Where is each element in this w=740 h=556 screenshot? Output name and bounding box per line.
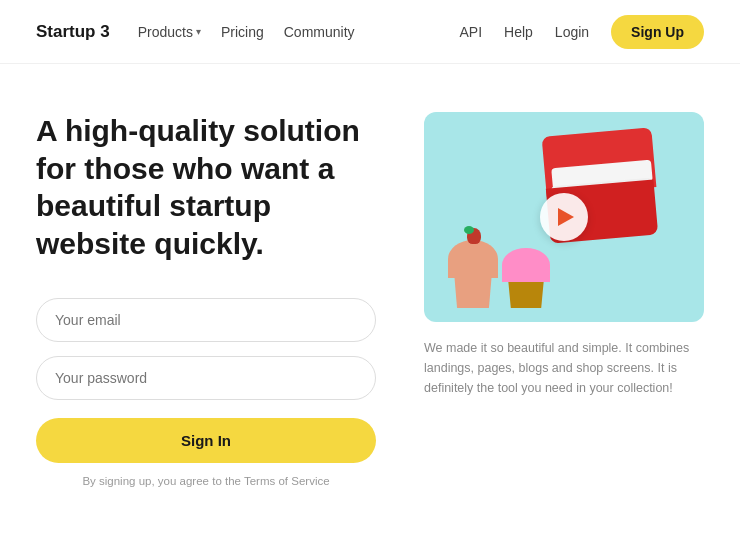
nav-api[interactable]: API <box>459 24 482 40</box>
video-description: We made it so beautiful and simple. It c… <box>424 338 704 398</box>
nav-products-label: Products <box>138 24 193 40</box>
deco-cupcake1-top <box>448 240 498 278</box>
video-thumbnail[interactable] <box>424 112 704 322</box>
main-content: A high-quality solution for those who wa… <box>0 64 740 523</box>
email-form-group <box>36 298 376 342</box>
signin-button[interactable]: Sign In <box>36 418 376 463</box>
signup-button[interactable]: Sign Up <box>611 15 704 49</box>
nav-community[interactable]: Community <box>284 24 355 40</box>
nav-products[interactable]: Products ▾ <box>138 24 201 40</box>
deco-cupcake2-top <box>502 248 550 282</box>
play-button[interactable] <box>540 193 588 241</box>
nav-help[interactable]: Help <box>504 24 533 40</box>
nav-left: Products ▾ Pricing Community <box>138 24 460 40</box>
left-column: A high-quality solution for those who wa… <box>36 112 376 487</box>
deco-cupcake1-base <box>452 273 494 308</box>
password-field[interactable] <box>36 356 376 400</box>
nav-pricing[interactable]: Pricing <box>221 24 264 40</box>
navbar: Startup 3 Products ▾ Pricing Community A… <box>0 0 740 64</box>
email-field[interactable] <box>36 298 376 342</box>
nav-login[interactable]: Login <box>555 24 589 40</box>
brand-logo[interactable]: Startup 3 <box>36 22 110 42</box>
nav-right: API Help Login Sign Up <box>459 15 704 49</box>
chevron-down-icon: ▾ <box>196 26 201 37</box>
deco-leaf <box>464 226 474 234</box>
terms-text: By signing up, you agree to the Terms of… <box>36 475 376 487</box>
deco-cupcake2-base <box>506 278 546 308</box>
play-icon <box>558 208 574 226</box>
right-column: We made it so beautiful and simple. It c… <box>424 112 704 398</box>
password-form-group <box>36 356 376 400</box>
hero-title: A high-quality solution for those who wa… <box>36 112 376 262</box>
